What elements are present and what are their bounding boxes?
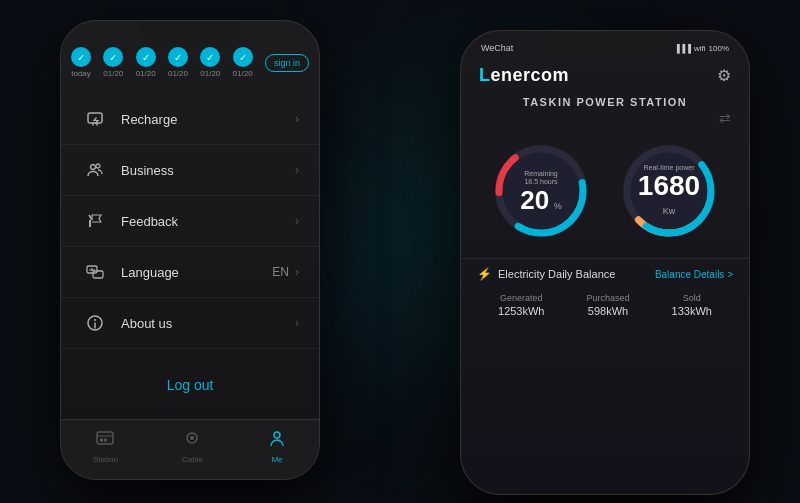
- language-label: Language: [121, 265, 272, 280]
- balance-icon: ⚡: [477, 267, 492, 281]
- svg-rect-9: [100, 438, 103, 441]
- menu-list: Recharge › Business ›: [61, 86, 319, 357]
- date-label-2: 01/20: [136, 69, 156, 78]
- date-check-3: ✓: [168, 47, 188, 67]
- today-col: ✓ today: [71, 47, 91, 78]
- balance-details-link[interactable]: Balance Details >: [655, 269, 733, 280]
- tab-cable[interactable]: Cable: [182, 428, 203, 464]
- daily-balance-header: ⚡ Electricity Daily Balance Balance Deta…: [477, 267, 733, 281]
- date-check-2: ✓: [136, 47, 156, 67]
- switch-icon[interactable]: ⇄: [719, 110, 731, 126]
- svg-rect-8: [97, 432, 113, 444]
- stat-sold: Sold 133kWh: [672, 293, 712, 317]
- logout-button[interactable]: Log out: [61, 357, 319, 413]
- stat-generated: Generated 1253kWh: [498, 293, 544, 317]
- feedback-arrow: ›: [295, 214, 299, 228]
- battery-gauge: Remaining 18.5 hours 20 %: [486, 136, 596, 246]
- language-value: EN: [272, 265, 289, 279]
- battery-gauge-svg: [486, 136, 596, 246]
- settings-gear-icon[interactable]: ⚙: [717, 66, 731, 85]
- svg-point-18: [623, 145, 715, 237]
- svg-point-7: [94, 319, 96, 321]
- right-phone: WeChat ▐▐▐ wifi 100% Lenercom ⚙ TASKIN P…: [460, 30, 750, 495]
- about-arrow: ›: [295, 316, 299, 330]
- cable-tab-icon: [182, 428, 202, 453]
- station-title: TASKIN POWER STATION: [461, 92, 749, 110]
- stat-purchased: Purchased 598kWh: [587, 293, 630, 317]
- feedback-icon: [81, 210, 109, 232]
- station-tab-icon: [95, 428, 115, 453]
- date-check-5: ✓: [233, 47, 253, 67]
- svg-point-13: [274, 432, 280, 438]
- status-icons: ▐▐▐ wifi 100%: [674, 44, 729, 53]
- app-header: Lenercom ⚙: [461, 59, 749, 92]
- today-label: today: [71, 69, 91, 78]
- language-arrow: ›: [295, 265, 299, 279]
- feedback-label: Feedback: [121, 214, 295, 229]
- generated-label: Generated: [500, 293, 543, 303]
- purchased-label: Purchased: [587, 293, 630, 303]
- svg-rect-5: [93, 271, 103, 278]
- language-icon: [81, 261, 109, 283]
- menu-item-feedback[interactable]: Feedback ›: [61, 196, 319, 247]
- me-tab-label: Me: [271, 455, 282, 464]
- recharge-icon: [81, 108, 109, 130]
- svg-point-14: [495, 145, 587, 237]
- business-icon: [81, 159, 109, 181]
- sign-in-button[interactable]: sign in: [265, 54, 309, 72]
- menu-item-business[interactable]: Business ›: [61, 145, 319, 196]
- svg-point-2: [96, 164, 100, 168]
- business-arrow: ›: [295, 163, 299, 177]
- cable-tab-label: Cable: [182, 455, 203, 464]
- signal-icon: ▐▐▐: [674, 44, 691, 53]
- power-gauge: Real-time power 1680 Kw: [614, 136, 724, 246]
- app-logo: Lenercom: [479, 65, 569, 86]
- today-check: ✓: [71, 47, 91, 67]
- network-label: WeChat: [481, 43, 513, 53]
- sold-label: Sold: [683, 293, 701, 303]
- date-col-3: ✓ 01/20: [168, 47, 188, 78]
- date-check-4: ✓: [200, 47, 220, 67]
- date-check-1: ✓: [103, 47, 123, 67]
- date-col-2: ✓ 01/20: [136, 47, 156, 78]
- date-col-1: ✓ 01/20: [103, 47, 123, 78]
- menu-item-language[interactable]: Language EN ›: [61, 247, 319, 298]
- svg-rect-3: [89, 220, 91, 227]
- wifi-icon: wifi: [694, 44, 706, 53]
- sold-value: 133kWh: [672, 305, 712, 317]
- left-phone: ✓ today ✓ 01/20 ✓ 01/20 ✓ 01/20 ✓ 01/2: [60, 20, 320, 480]
- power-gauge-svg: [614, 136, 724, 246]
- battery-label: 100%: [709, 44, 729, 53]
- date-col-4: ✓ 01/20: [200, 47, 220, 78]
- left-phone-notch: [140, 21, 240, 43]
- menu-item-recharge[interactable]: Recharge ›: [61, 94, 319, 145]
- recharge-label: Recharge: [121, 112, 295, 127]
- gauges-area: Remaining 18.5 hours 20 %: [461, 132, 749, 254]
- tab-me[interactable]: Me: [267, 428, 287, 464]
- daily-balance-section: ⚡ Electricity Daily Balance Balance Deta…: [461, 258, 749, 321]
- generated-value: 1253kWh: [498, 305, 544, 317]
- me-tab-icon: [267, 428, 287, 453]
- balance-title-text: Electricity Daily Balance: [498, 268, 615, 280]
- business-label: Business: [121, 163, 295, 178]
- svg-rect-0: [88, 113, 102, 123]
- balance-stats: Generated 1253kWh Purchased 598kWh Sold …: [477, 289, 733, 317]
- svg-point-1: [91, 165, 96, 170]
- daily-balance-title: ⚡ Electricity Daily Balance: [477, 267, 615, 281]
- station-switch-area: ⇄: [461, 110, 749, 132]
- about-icon: [81, 312, 109, 334]
- date-label-1: 01/20: [103, 69, 123, 78]
- recharge-arrow: ›: [295, 112, 299, 126]
- menu-item-about[interactable]: About us ›: [61, 298, 319, 349]
- station-tab-label: Station: [93, 455, 118, 464]
- date-label-5: 01/20: [233, 69, 253, 78]
- about-label: About us: [121, 316, 295, 331]
- tab-station[interactable]: Station: [93, 428, 118, 464]
- date-col-5: ✓ 01/20: [233, 47, 253, 78]
- date-label-3: 01/20: [168, 69, 188, 78]
- svg-rect-10: [104, 438, 107, 441]
- svg-point-12: [190, 436, 194, 440]
- tab-bar: Station Cable: [61, 419, 319, 479]
- date-label-4: 01/20: [200, 69, 220, 78]
- purchased-value: 598kWh: [588, 305, 628, 317]
